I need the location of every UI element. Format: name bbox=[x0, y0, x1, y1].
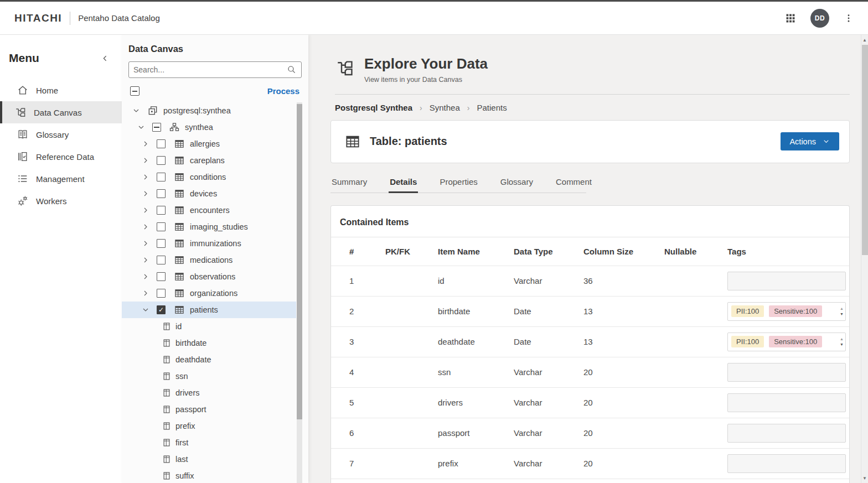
tree-node-table[interactable]: encounters bbox=[122, 202, 296, 219]
sidebar-item-data-canvas[interactable]: Data Canvas bbox=[0, 101, 122, 123]
tree-node-table[interactable]: careplans bbox=[122, 152, 296, 169]
avatar[interactable]: DD bbox=[810, 9, 829, 28]
chevron-down-icon[interactable] bbox=[141, 305, 150, 314]
search-icon[interactable] bbox=[287, 65, 297, 75]
tags-input[interactable]: ▲▼ bbox=[727, 363, 846, 382]
sidebar-item-label: Data Canvas bbox=[34, 108, 82, 117]
cell-data-type: Date bbox=[514, 337, 583, 346]
sidebar-item-workers[interactable]: Workers bbox=[0, 190, 122, 212]
tree-node-column[interactable]: passport bbox=[122, 401, 296, 418]
sidebar-collapse-icon[interactable] bbox=[100, 54, 110, 63]
tags-input[interactable]: ▲▼ bbox=[727, 424, 846, 443]
actions-button[interactable]: Actions bbox=[781, 132, 839, 150]
table-checkbox[interactable] bbox=[157, 289, 166, 298]
top-bar: HITACHI Pentaho Data Catalog DD bbox=[0, 2, 868, 35]
table-checkbox[interactable] bbox=[157, 256, 166, 264]
tree-node-column[interactable]: drivers bbox=[122, 385, 296, 401]
tree-node-table[interactable]: allergies bbox=[122, 136, 296, 152]
chevron-down-icon[interactable] bbox=[132, 106, 141, 115]
tab-glossary[interactable]: Glossary bbox=[499, 173, 534, 193]
chevron-right-icon[interactable] bbox=[141, 256, 150, 264]
tags-input[interactable]: PII:100Sensitive:100 ▲▼ bbox=[727, 333, 846, 351]
apps-grid-icon[interactable] bbox=[785, 13, 796, 24]
table-row: 5 drivers Varchar 20 ▲▼ bbox=[331, 387, 849, 418]
table-checkbox[interactable] bbox=[157, 206, 166, 215]
chevron-right-icon[interactable] bbox=[141, 272, 150, 281]
tree-scrollbar[interactable] bbox=[297, 102, 302, 483]
chevron-right-icon[interactable] bbox=[141, 189, 150, 198]
table-checkbox[interactable] bbox=[157, 139, 166, 148]
chevron-right-icon[interactable] bbox=[141, 173, 150, 181]
tree-scrollbar-thumb[interactable] bbox=[297, 104, 302, 419]
chevron-right-icon[interactable] bbox=[141, 156, 150, 165]
tree-node-table[interactable]: imaging_studies bbox=[122, 219, 296, 235]
column-icon bbox=[162, 355, 172, 365]
scrollbar-up-arrow[interactable]: ▲ bbox=[861, 36, 868, 44]
table-checkbox[interactable] bbox=[157, 222, 166, 231]
tree-node-schema[interactable]: synthea bbox=[122, 119, 296, 136]
tag-spinner[interactable]: ▲▼ bbox=[840, 303, 844, 320]
table-checkbox[interactable] bbox=[157, 305, 166, 314]
tree-node-table[interactable]: medications bbox=[122, 252, 296, 268]
breadcrumb-item[interactable]: Postgresql Synthea bbox=[335, 103, 412, 112]
table-checkbox[interactable] bbox=[157, 173, 166, 181]
tree-node-column[interactable]: birthdate bbox=[122, 335, 296, 351]
kebab-menu-icon[interactable] bbox=[844, 13, 854, 23]
table-icon bbox=[174, 188, 185, 199]
tab-properties[interactable]: Properties bbox=[438, 173, 478, 193]
tree-node-table[interactable]: conditions bbox=[122, 169, 296, 185]
tree-node-root[interactable]: postgresql:synthea bbox=[122, 102, 296, 119]
contained-items-header: #PK/FKItem NameData TypeColumn SizeNulla… bbox=[331, 237, 849, 266]
search-box[interactable] bbox=[128, 61, 302, 78]
table-checkbox[interactable] bbox=[157, 272, 166, 281]
collapse-all-button[interactable] bbox=[130, 86, 140, 96]
chevron-down-icon[interactable] bbox=[137, 123, 146, 132]
tag-chip[interactable]: Sensitive:100 bbox=[769, 336, 822, 347]
main-scrollbar[interactable]: ▲ ▼ bbox=[861, 35, 868, 483]
chevron-right-icon[interactable] bbox=[141, 239, 150, 248]
tree-node-table[interactable]: devices bbox=[122, 185, 296, 202]
tag-chip[interactable]: Sensitive:100 bbox=[769, 305, 822, 317]
tree-node-label: medications bbox=[190, 256, 232, 264]
tags-input[interactable]: PII:100Sensitive:100 ▲▼ bbox=[727, 302, 846, 321]
tag-chip[interactable]: PII:100 bbox=[731, 305, 764, 317]
tree-node-table[interactable]: organizations bbox=[122, 285, 296, 302]
sidebar-item-home[interactable]: Home bbox=[0, 79, 122, 101]
tree-node-column[interactable]: ssn bbox=[122, 368, 296, 385]
table-checkbox[interactable] bbox=[157, 189, 166, 198]
chevron-right-icon[interactable] bbox=[141, 139, 150, 148]
tree-node-table[interactable]: observations bbox=[122, 268, 296, 285]
table-checkbox[interactable] bbox=[157, 239, 166, 248]
tree-node-column[interactable]: first bbox=[122, 434, 296, 451]
tab-summary[interactable]: Summary bbox=[330, 173, 368, 193]
chevron-right-icon[interactable] bbox=[141, 289, 150, 298]
sidebar-item-glossary[interactable]: Glossary bbox=[0, 123, 122, 146]
breadcrumb-item[interactable]: Synthea bbox=[430, 103, 460, 112]
tab-comment[interactable]: Comment bbox=[555, 173, 593, 193]
schema-checkbox-indeterminate[interactable] bbox=[152, 123, 161, 132]
tree-node-table[interactable]: patients bbox=[122, 302, 296, 318]
tree-node-column[interactable]: deathdate bbox=[122, 351, 296, 368]
tags-input[interactable]: ▲▼ bbox=[727, 393, 846, 412]
tree-node-column[interactable]: prefix bbox=[122, 418, 296, 434]
tab-details[interactable]: Details bbox=[389, 173, 418, 193]
chevron-right-icon[interactable] bbox=[141, 222, 150, 231]
main-scrollbar-thumb[interactable] bbox=[862, 45, 868, 255]
process-link[interactable]: Process bbox=[267, 86, 299, 96]
table-card-title: Table: patients bbox=[370, 135, 447, 148]
tree-node-column[interactable]: suffix bbox=[122, 468, 296, 483]
table-checkbox[interactable] bbox=[157, 156, 166, 165]
tree-node-table[interactable]: immunizations bbox=[122, 235, 296, 252]
tree-node-column[interactable]: last bbox=[122, 451, 296, 468]
tree-node-column[interactable]: id bbox=[122, 318, 296, 335]
tag-chip[interactable]: PII:100 bbox=[731, 336, 764, 347]
sidebar-item-reference-data[interactable]: Reference Data bbox=[0, 146, 122, 168]
tree-node-label: deathdate bbox=[175, 355, 211, 364]
chevron-right-icon[interactable] bbox=[141, 206, 150, 215]
tag-spinner[interactable]: ▲▼ bbox=[840, 333, 844, 351]
search-input[interactable] bbox=[133, 65, 287, 74]
scrollbar-down-arrow[interactable]: ▼ bbox=[861, 474, 868, 482]
tags-input[interactable]: ▲▼ bbox=[727, 272, 846, 290]
sidebar-item-management[interactable]: Management bbox=[0, 168, 122, 190]
tags-input[interactable]: ▲▼ bbox=[727, 454, 846, 473]
